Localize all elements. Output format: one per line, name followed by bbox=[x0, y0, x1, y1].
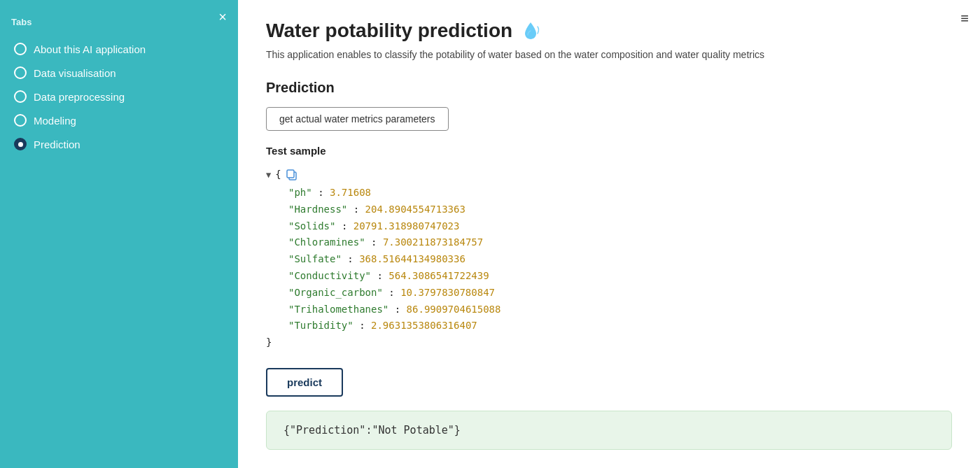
radio-data-prep bbox=[14, 90, 27, 103]
predict-button[interactable]: predict bbox=[266, 368, 343, 397]
sidebar: × Tabs About this AI application Data vi… bbox=[0, 0, 238, 468]
close-button[interactable]: × bbox=[218, 10, 227, 24]
copy-icon[interactable] bbox=[286, 169, 298, 181]
sidebar-label-modeling: Modeling bbox=[34, 115, 76, 127]
test-sample-label: Test sample bbox=[266, 145, 952, 157]
water-drop-icon bbox=[519, 20, 542, 42]
tabs-label: Tabs bbox=[11, 17, 227, 27]
sidebar-item-data-vis[interactable]: Data visualisation bbox=[11, 62, 227, 83]
get-metrics-button[interactable]: get actual water metrics parameters bbox=[266, 107, 449, 131]
sidebar-item-modeling[interactable]: Modeling bbox=[11, 110, 227, 131]
svg-rect-1 bbox=[287, 170, 294, 178]
radio-prediction bbox=[14, 138, 27, 150]
prediction-result: {"Prediction":"Not Potable"} bbox=[266, 411, 952, 450]
sidebar-label-about: About this AI application bbox=[34, 43, 146, 55]
sidebar-item-about[interactable]: About this AI application bbox=[11, 38, 227, 59]
json-collapse-row: ▼ { bbox=[266, 166, 298, 183]
radio-about bbox=[14, 43, 27, 55]
sidebar-label-data-vis: Data visualisation bbox=[34, 67, 116, 79]
main-content: ≡ Water potability prediction This appli… bbox=[238, 0, 980, 468]
json-viewer: ▼ { "ph" : 3.71608 "Hardness" : 204.8904… bbox=[266, 164, 952, 354]
sidebar-item-prediction[interactable]: Prediction bbox=[11, 134, 227, 155]
radio-data-vis bbox=[14, 66, 27, 79]
page-subtitle: This application enables to classify the… bbox=[266, 49, 952, 60]
sidebar-item-data-prep[interactable]: Data preprocessing bbox=[11, 86, 227, 107]
sidebar-label-data-prep: Data preprocessing bbox=[34, 91, 125, 103]
collapse-arrow[interactable]: ▼ bbox=[266, 168, 271, 182]
hamburger-button[interactable]: ≡ bbox=[960, 11, 969, 25]
section-title: Prediction bbox=[266, 80, 952, 96]
sidebar-label-prediction: Prediction bbox=[34, 139, 80, 150]
page-title: Water potability prediction bbox=[266, 20, 952, 42]
radio-modeling bbox=[14, 114, 27, 127]
